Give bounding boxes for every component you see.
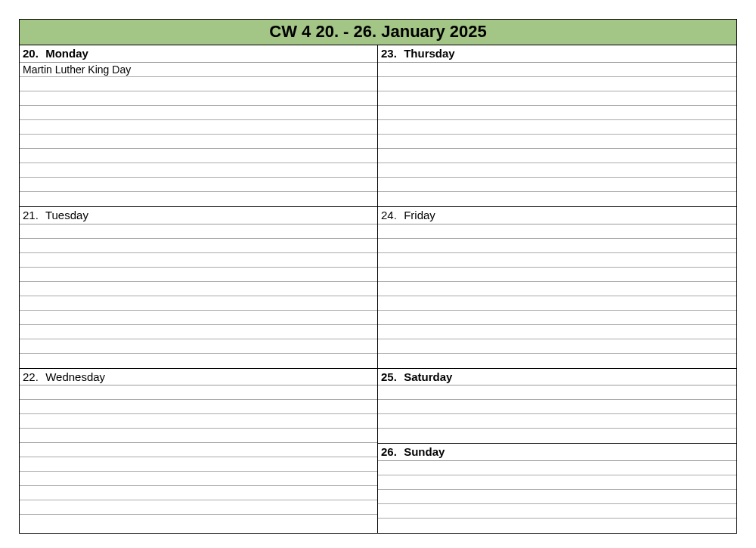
entry-line[interactable] bbox=[20, 224, 377, 239]
entry-line[interactable] bbox=[20, 385, 377, 400]
entry-line[interactable] bbox=[378, 63, 736, 77]
entry-line[interactable] bbox=[20, 149, 377, 163]
day-name: Tuesday bbox=[45, 209, 88, 221]
entry-line[interactable] bbox=[378, 354, 736, 368]
entry-line[interactable] bbox=[20, 354, 377, 368]
week-grid: 20. MondayMartin Luther King Day21. Tues… bbox=[20, 45, 736, 533]
entry-line[interactable] bbox=[378, 282, 736, 296]
entry-line[interactable] bbox=[20, 296, 377, 311]
entry-line[interactable] bbox=[20, 135, 377, 149]
entry-line[interactable] bbox=[378, 519, 736, 533]
entry-line[interactable] bbox=[378, 178, 736, 192]
day-number: 20. bbox=[23, 47, 42, 61]
day-number: 25. bbox=[381, 370, 401, 385]
day-block-sunday: 26. Sunday bbox=[378, 443, 736, 533]
entry-line[interactable] bbox=[378, 385, 736, 400]
entry-line[interactable] bbox=[20, 414, 377, 429]
entry-line[interactable] bbox=[20, 515, 377, 529]
entry-line[interactable] bbox=[20, 486, 377, 500]
right-column: 23. Thursday24. Friday25. Saturday26. Su… bbox=[378, 45, 736, 533]
day-block-thursday: 23. Thursday bbox=[378, 45, 736, 206]
entry-line[interactable] bbox=[378, 400, 736, 414]
entry-line[interactable] bbox=[378, 135, 736, 149]
entry-line[interactable] bbox=[20, 77, 377, 91]
entry-line[interactable] bbox=[378, 296, 736, 311]
day-name: Wednesday bbox=[45, 370, 105, 383]
entry-line[interactable] bbox=[378, 325, 736, 339]
entry-line[interactable] bbox=[20, 192, 377, 206]
weekly-planner: CW 4 20. - 26. January 2025 20. MondayMa… bbox=[19, 19, 737, 534]
day-number: 24. bbox=[381, 209, 401, 223]
entry-line[interactable] bbox=[20, 163, 377, 178]
day-name: Thursday bbox=[404, 47, 455, 60]
entry-line[interactable] bbox=[20, 178, 377, 192]
day-header: 22. Wednesday bbox=[20, 368, 377, 386]
entry-line[interactable] bbox=[378, 490, 736, 504]
week-title: CW 4 20. - 26. January 2025 bbox=[20, 20, 736, 45]
entry-line[interactable] bbox=[378, 311, 736, 325]
day-name: Saturday bbox=[404, 370, 452, 383]
entry-line[interactable] bbox=[20, 120, 377, 135]
entry-line[interactable] bbox=[378, 91, 736, 106]
day-name: Friday bbox=[404, 209, 435, 221]
day-name: Monday bbox=[45, 47, 88, 60]
entry-line[interactable] bbox=[378, 414, 736, 429]
entry-line[interactable] bbox=[378, 429, 736, 443]
entry-line[interactable] bbox=[20, 282, 377, 296]
entry-line[interactable] bbox=[20, 429, 377, 443]
entry-line[interactable] bbox=[378, 163, 736, 178]
entry-line[interactable] bbox=[378, 77, 736, 91]
entry-line[interactable] bbox=[20, 268, 377, 282]
day-header: 25. Saturday bbox=[378, 368, 736, 386]
entry-line[interactable] bbox=[378, 475, 736, 490]
day-number: 23. bbox=[381, 47, 401, 61]
entry-line[interactable] bbox=[378, 239, 736, 253]
entry-line[interactable] bbox=[378, 149, 736, 163]
entry-line[interactable] bbox=[378, 461, 736, 475]
entry-line[interactable] bbox=[20, 443, 377, 457]
day-block-wednesday: 22. Wednesday bbox=[20, 368, 377, 530]
day-header: 21. Tuesday bbox=[20, 206, 377, 224]
left-column: 20. MondayMartin Luther King Day21. Tues… bbox=[20, 45, 378, 533]
entry-line[interactable] bbox=[20, 457, 377, 472]
entry-line[interactable] bbox=[20, 400, 377, 414]
entry-line[interactable] bbox=[20, 472, 377, 486]
entry: Martin Luther King Day bbox=[20, 63, 377, 77]
day-header: 24. Friday bbox=[378, 206, 736, 224]
entry-line[interactable] bbox=[378, 120, 736, 135]
entry-line[interactable] bbox=[20, 325, 377, 339]
entry-line[interactable] bbox=[378, 192, 736, 206]
entry-line[interactable] bbox=[20, 239, 377, 253]
day-header: 20. Monday bbox=[20, 45, 377, 63]
entry-line[interactable] bbox=[20, 500, 377, 515]
day-block-monday: 20. MondayMartin Luther King Day bbox=[20, 45, 377, 206]
entry-line[interactable] bbox=[378, 339, 736, 354]
entry-line[interactable] bbox=[20, 339, 377, 354]
day-number: 22. bbox=[23, 370, 42, 385]
day-block-friday: 24. Friday bbox=[378, 206, 736, 368]
day-name: Sunday bbox=[404, 445, 445, 458]
entry-line[interactable] bbox=[378, 268, 736, 282]
day-number: 26. bbox=[381, 445, 401, 460]
entry-line[interactable] bbox=[378, 224, 736, 239]
entry-line[interactable] bbox=[20, 91, 377, 106]
entry-line[interactable] bbox=[378, 106, 736, 120]
day-header: 26. Sunday bbox=[378, 443, 736, 461]
entry-line[interactable] bbox=[378, 253, 736, 268]
entry-line[interactable] bbox=[378, 504, 736, 519]
day-number: 21. bbox=[23, 209, 42, 223]
day-block-saturday: 25. Saturday bbox=[378, 368, 736, 444]
entry-line[interactable] bbox=[20, 106, 377, 120]
day-block-tuesday: 21. Tuesday bbox=[20, 206, 377, 368]
entry-line[interactable] bbox=[20, 311, 377, 325]
entry-line[interactable] bbox=[20, 253, 377, 268]
day-header: 23. Thursday bbox=[378, 45, 736, 63]
